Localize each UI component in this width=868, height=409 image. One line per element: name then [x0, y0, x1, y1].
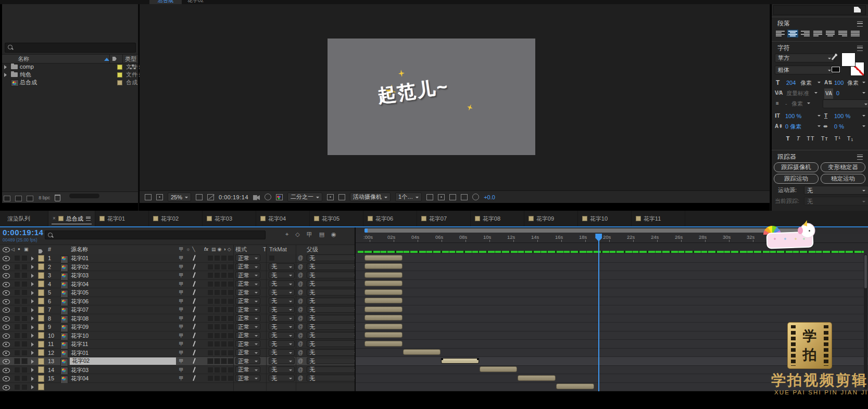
tab-comp[interactable]: 花字07 — [417, 211, 471, 226]
shy-switch-icon[interactable]: 甲 — [179, 271, 184, 279]
parent-pickwhip-icon[interactable]: @ — [298, 314, 303, 323]
parent-pickwhip-icon[interactable]: @ — [298, 254, 303, 262]
layer-expander-icon[interactable] — [31, 360, 34, 364]
layer-duration-bar[interactable] — [480, 366, 518, 372]
shy-switch-icon[interactable]: 甲 — [179, 323, 184, 331]
audio-toggle-cell[interactable] — [14, 350, 20, 356]
parent-dropdown[interactable]: 无 — [307, 323, 356, 330]
audio-toggle-cell[interactable] — [14, 324, 20, 330]
blend-mode-dropdown[interactable]: 正常 — [235, 323, 260, 330]
mask-visibility-icon[interactable] — [207, 194, 214, 200]
quality-switch-icon[interactable] — [193, 350, 195, 355]
lock-toggle-cell[interactable] — [21, 255, 28, 261]
layer-expander-icon[interactable] — [31, 377, 34, 381]
chevron-down-icon[interactable] — [814, 92, 817, 95]
align-button[interactable] — [837, 30, 848, 37]
project-row[interactable]: 总合成合成 — [2, 79, 138, 86]
faux-style-button[interactable]: Tᴛ — [821, 135, 828, 142]
parent-pickwhip-icon[interactable]: @ — [298, 331, 303, 340]
switch-cell[interactable] — [221, 358, 227, 364]
layer-duration-bar[interactable] — [556, 384, 594, 389]
transparency-grid-icon[interactable] — [338, 194, 345, 200]
switch-cell[interactable] — [221, 324, 227, 330]
switch-cell[interactable] — [207, 350, 213, 356]
layer-duration-bar[interactable] — [364, 324, 402, 329]
layer-label-swatch[interactable] — [38, 349, 44, 356]
layer-duration-bar[interactable] — [364, 306, 402, 312]
layer-duration-bar[interactable] — [364, 255, 402, 261]
layer-duration-bar[interactable] — [441, 358, 479, 364]
track-row[interactable] — [356, 297, 868, 306]
trkmat-dropdown[interactable]: 无 — [269, 272, 295, 278]
switch-cell[interactable] — [221, 264, 227, 270]
audio-toggle-cell[interactable] — [14, 264, 20, 270]
viewer-tab-inactive[interactable]: 花字02 — [187, 0, 204, 4]
lock-toggle-cell[interactable] — [21, 367, 28, 373]
layer-row[interactable]: 8花字08甲正常无@无 — [0, 314, 356, 323]
current-timecode[interactable]: 0:00:19:14 — [3, 228, 43, 237]
switch-cell[interactable] — [214, 272, 220, 278]
trkmat-dropdown[interactable]: 无 — [269, 332, 295, 339]
layer-duration-bar[interactable] — [364, 263, 402, 269]
layer-duration-bar[interactable] — [364, 341, 402, 347]
timeline-button-icon[interactable] — [449, 194, 456, 200]
layer-row[interactable]: 9花字09甲正常无@无 — [0, 323, 356, 331]
layer-row[interactable]: 12花字01甲正常无@无 — [0, 349, 356, 357]
align-button[interactable] — [800, 30, 811, 37]
layer-name[interactable]: 花字07 — [71, 305, 89, 314]
blend-mode-dropdown[interactable]: 正常 — [235, 280, 260, 287]
audio-toggle-cell[interactable] — [14, 333, 20, 339]
quality-switch-icon[interactable] — [193, 289, 195, 295]
project-column-header[interactable]: 名称 类型 — [2, 54, 138, 63]
timeline-search-input[interactable] — [45, 231, 266, 239]
composition-stage[interactable]: 起范儿~ — [328, 39, 535, 155]
audio-column-icon[interactable]: ◁ — [11, 245, 15, 253]
layer-duration-bar[interactable] — [403, 349, 441, 355]
parent-column-label[interactable]: 父级 — [307, 245, 318, 253]
flowchart-icon[interactable] — [461, 194, 468, 200]
layer-name[interactable]: 花字09 — [71, 323, 89, 331]
track-row[interactable] — [356, 288, 868, 297]
layer-name[interactable]: 花字03 — [71, 366, 89, 374]
layer-row[interactable] — [0, 383, 356, 392]
vertical-scale-value[interactable]: 100 % — [785, 111, 801, 121]
label-color-swatch[interactable] — [117, 80, 122, 85]
lock-column-icon[interactable]: ▣ — [24, 245, 29, 253]
always-preview-icon[interactable] — [145, 194, 152, 200]
switch-cell[interactable] — [214, 289, 220, 296]
switch-cell[interactable] — [207, 341, 213, 347]
faux-style-button[interactable]: T¹ — [834, 135, 840, 142]
blend-mode-dropdown[interactable]: 正常 — [235, 340, 260, 347]
parent-pickwhip-icon[interactable]: @ — [298, 349, 303, 357]
layer-label-swatch[interactable] — [38, 366, 44, 373]
layer-row[interactable]: 15花字04甲正常无@无 — [0, 374, 356, 383]
layer-label-swatch[interactable] — [38, 315, 44, 322]
work-area-bar[interactable] — [364, 228, 806, 233]
tab-comp[interactable]: 花字02 — [149, 211, 203, 226]
shy-switch-icon[interactable]: 甲 — [179, 254, 184, 262]
hide-shy-icon[interactable]: 甲 — [307, 231, 312, 239]
lock-toggle-cell[interactable] — [21, 341, 28, 347]
parent-pickwhip-icon[interactable]: @ — [298, 280, 303, 288]
layer-row[interactable]: 11花字11甲正常无@无 — [0, 340, 356, 349]
chevron-down-icon[interactable] — [862, 82, 865, 85]
region-of-interest-icon[interactable] — [327, 194, 334, 200]
parent-dropdown[interactable]: 无 — [307, 349, 356, 356]
layer-expander-icon[interactable] — [31, 385, 34, 389]
expander-icon[interactable] — [4, 65, 7, 69]
name-column-label[interactable]: 名称 — [18, 55, 29, 63]
switch-cell[interactable] — [214, 367, 220, 373]
layer-row[interactable]: 13花字02甲正常无@无 — [0, 357, 356, 366]
horizontal-scale-value[interactable]: 100 % — [834, 111, 850, 121]
switch-cell[interactable] — [207, 264, 213, 270]
switch-cell[interactable] — [207, 289, 213, 296]
quality-switch-icon[interactable] — [193, 264, 195, 270]
layer-visibility-icon[interactable] — [3, 385, 10, 392]
label-color-swatch[interactable] — [117, 65, 122, 70]
layer-name[interactable]: 花字04 — [71, 374, 89, 382]
label-color-swatch[interactable] — [117, 72, 122, 78]
trkmat-dropdown[interactable]: 无 — [269, 349, 295, 356]
switch-cell[interactable] — [214, 281, 220, 287]
audio-toggle-cell[interactable] — [14, 289, 20, 296]
trkmat-dropdown[interactable]: 无 — [269, 366, 295, 373]
